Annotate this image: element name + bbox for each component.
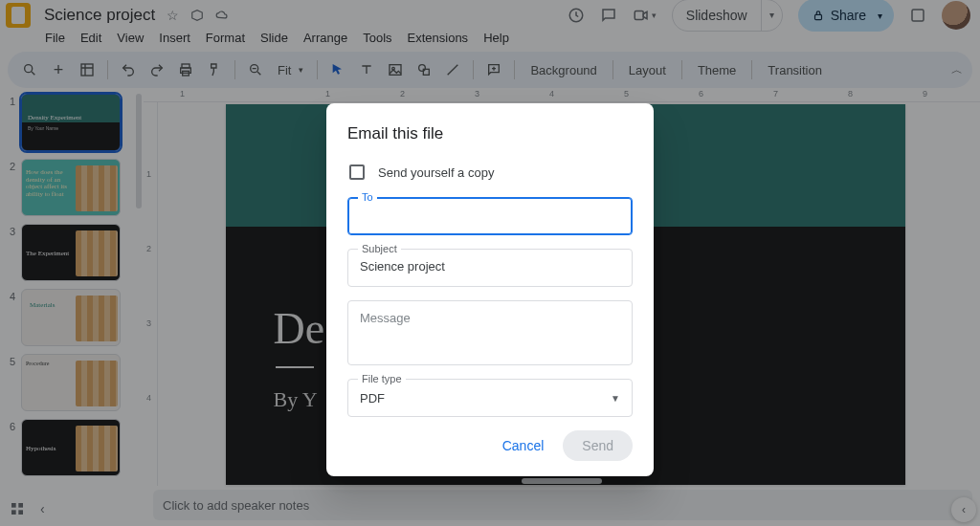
to-label: To [358, 191, 377, 203]
send-copy-checkbox[interactable] [349, 164, 365, 180]
subject-value: Science project [360, 259, 445, 274]
send-button[interactable]: Send [563, 430, 633, 461]
dialog-title: Email this file [347, 124, 633, 143]
to-field[interactable]: To [347, 197, 633, 235]
send-copy-label: Send yourself a copy [378, 165, 494, 180]
subject-field[interactable]: Subject Science project [347, 249, 633, 287]
filetype-select[interactable]: File type PDF ▼ [347, 379, 633, 417]
message-field[interactable]: Message [347, 300, 633, 365]
modal-overlay[interactable]: Email this file Send yourself a copy To … [0, 0, 980, 526]
message-placeholder: Message [360, 311, 411, 325]
filetype-value: PDF [360, 391, 385, 405]
email-file-dialog: Email this file Send yourself a copy To … [326, 103, 654, 476]
chevron-down-icon: ▼ [611, 393, 620, 404]
subject-label: Subject [358, 243, 401, 254]
cancel-button[interactable]: Cancel [491, 430, 556, 461]
filetype-label: File type [358, 373, 406, 384]
